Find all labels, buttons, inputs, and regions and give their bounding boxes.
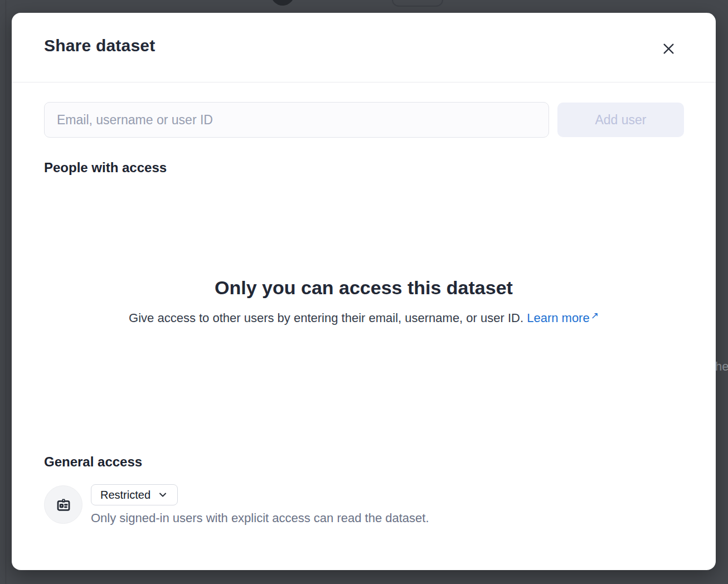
add-user-button[interactable]: Add user — [557, 103, 684, 137]
user-search-input[interactable] — [44, 102, 549, 138]
visibility-selected-label: Restricted — [100, 489, 151, 502]
dimmed-avatar — [271, 0, 294, 6]
empty-state-description: Give access to other users by entering t… — [12, 311, 716, 325]
dialog-title: Share dataset — [44, 36, 155, 55]
general-access-heading: General access — [44, 454, 142, 470]
empty-access-state: Only you can access this dataset Give ac… — [12, 277, 716, 325]
visibility-description: Only signed-in users with explicit acces… — [91, 511, 429, 525]
general-access-avatar — [44, 485, 82, 524]
share-dataset-dialog: Share dataset Add user People with acces… — [12, 13, 716, 570]
close-button[interactable] — [657, 37, 680, 60]
external-link-arrow-icon: ↗ — [591, 310, 599, 322]
id-badge-icon — [55, 496, 72, 514]
close-icon — [661, 41, 676, 56]
dimmed-pill-button — [392, 0, 443, 7]
underlying-page-edge — [6, 0, 6, 584]
people-with-access-heading: People with access — [44, 160, 167, 176]
chevron-down-icon — [157, 489, 168, 500]
visibility-dropdown[interactable]: Restricted — [91, 484, 178, 505]
dimmed-page-text: he — [715, 359, 728, 374]
empty-state-description-text: Give access to other users by entering t… — [129, 311, 523, 325]
dialog-header: Share dataset — [12, 13, 716, 82]
empty-state-title: Only you can access this dataset — [12, 277, 716, 299]
learn-more-link[interactable]: Learn more↗ — [527, 311, 599, 325]
